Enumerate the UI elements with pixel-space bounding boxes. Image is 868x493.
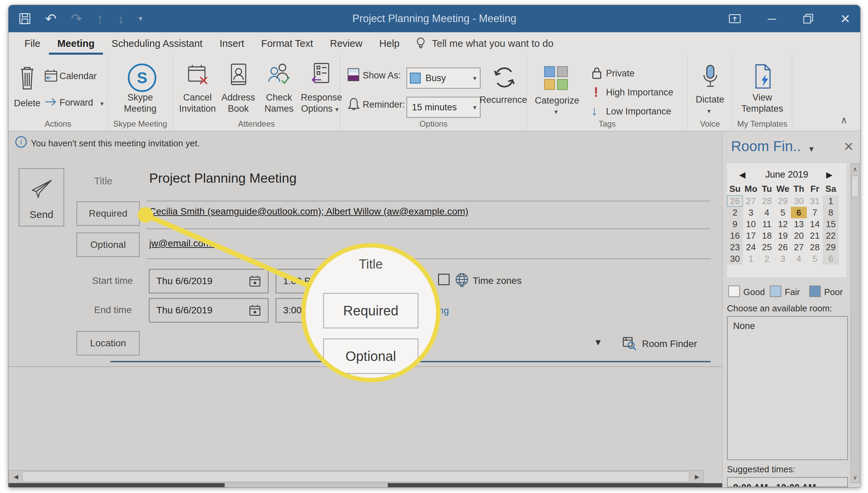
calendar-day[interactable]: 10 xyxy=(743,218,759,230)
calendar-day[interactable]: 4 xyxy=(791,253,807,264)
calendar-day[interactable]: 5 xyxy=(775,207,791,218)
calendar-day[interactable]: 9 xyxy=(727,218,743,230)
calendar-day[interactable]: 3 xyxy=(743,207,759,218)
horizontal-scrollbar-thumb[interactable] xyxy=(22,472,689,482)
delete-icon[interactable] xyxy=(17,65,38,91)
calendar-day[interactable]: 22 xyxy=(823,230,839,241)
calendar-day[interactable]: 20 xyxy=(791,230,807,241)
tab-insert[interactable]: Insert xyxy=(211,32,253,55)
delete-label[interactable]: Delete xyxy=(8,98,46,109)
suggested-times-listbox[interactable]: 8:00 AM - 10:00 AM xyxy=(727,477,848,487)
calendar-day[interactable]: 26 xyxy=(727,195,743,207)
tab-file[interactable]: File xyxy=(16,32,49,55)
available-rooms-listbox[interactable]: None xyxy=(727,316,848,460)
restore-button[interactable] xyxy=(802,13,814,24)
undo-icon[interactable]: ↶ xyxy=(45,12,57,25)
calendar-day[interactable]: 27 xyxy=(791,241,807,253)
calendar-day[interactable]: 26 xyxy=(775,241,791,253)
calendar-next-month-icon[interactable]: ▶ xyxy=(826,170,832,180)
address-book-button[interactable]: Address Book xyxy=(219,55,257,123)
calendar-day[interactable]: 14 xyxy=(807,218,823,230)
calendar-day[interactable]: 12 xyxy=(775,218,791,230)
calendar-day[interactable]: 1 xyxy=(823,195,839,207)
calendar-day[interactable]: 29 xyxy=(823,241,839,253)
reminder-select[interactable]: 15 minutes ▾ xyxy=(406,97,481,118)
response-options-button[interactable]: Response Options ▾ xyxy=(301,55,339,123)
tab-review[interactable]: Review xyxy=(322,32,371,55)
calendar-day[interactable]: 17 xyxy=(743,230,759,241)
calendar-day[interactable]: 6 xyxy=(791,207,807,218)
calendar-icon[interactable] xyxy=(44,69,58,83)
high-importance-label[interactable]: High Importance xyxy=(606,87,673,98)
required-button[interactable]: Required xyxy=(76,201,140,226)
calendar-day[interactable]: 2 xyxy=(759,253,775,264)
view-templates-label-1[interactable]: View xyxy=(733,92,792,103)
start-date-calendar-icon[interactable] xyxy=(249,275,261,287)
calendar-day[interactable]: 6 xyxy=(823,253,839,264)
calendar-day[interactable]: 31 xyxy=(807,195,823,207)
tab-meeting[interactable]: Meeting xyxy=(49,32,103,55)
skype-icon[interactable]: S xyxy=(128,63,156,92)
calendar-day[interactable]: 3 xyxy=(775,253,791,264)
forward-caret-icon[interactable]: ▾ xyxy=(100,99,104,108)
location-dropdown-caret-icon[interactable]: ▼ xyxy=(594,337,603,348)
title-field-value[interactable]: Project Planning Meeting xyxy=(149,171,297,186)
panel-vertical-scrollbar[interactable]: ∧ ∨ xyxy=(851,163,860,483)
skype-meeting-label-2[interactable]: Meeting xyxy=(108,103,173,114)
categorize-icon[interactable] xyxy=(544,66,568,90)
calendar-day[interactable]: 23 xyxy=(727,241,743,253)
tab-format-text[interactable]: Format Text xyxy=(253,32,322,55)
close-button[interactable]: × xyxy=(840,11,850,27)
end-date-picker[interactable]: Thu 6/6/2019 xyxy=(149,298,268,323)
categorize-label[interactable]: Categorize xyxy=(531,95,584,106)
calendar-day[interactable]: 8 xyxy=(823,207,839,218)
calendar-day[interactable]: 28 xyxy=(759,195,775,207)
forward-arrow-icon[interactable] xyxy=(44,96,58,108)
calendar-day[interactable]: 24 xyxy=(743,241,759,253)
recurrence-icon[interactable] xyxy=(491,64,518,91)
low-importance-label[interactable]: Low Importance xyxy=(606,106,671,117)
qat-customize-caret-icon[interactable]: ▾ xyxy=(139,15,142,22)
show-as-select[interactable]: Busy ▾ xyxy=(406,68,481,89)
dictate-label[interactable]: Dictate xyxy=(688,94,732,105)
calendar-day[interactable]: 2 xyxy=(727,207,743,218)
save-icon[interactable] xyxy=(19,13,31,25)
room-finder-button[interactable]: Room Finder xyxy=(622,336,697,351)
panel-scroll-down-icon[interactable]: ∨ xyxy=(851,473,859,481)
calendar-day[interactable]: 28 xyxy=(807,241,823,253)
calendar-day[interactable]: 19 xyxy=(775,230,791,241)
calendar-month-label[interactable]: June 2019 xyxy=(749,169,824,180)
private-label[interactable]: Private xyxy=(606,68,635,79)
calendar-day[interactable]: 27 xyxy=(743,195,759,207)
optional-button[interactable]: Optional xyxy=(76,233,140,257)
send-button[interactable]: Send xyxy=(19,168,64,226)
forward-label[interactable]: Forward xyxy=(59,97,93,108)
calendar-day[interactable]: 16 xyxy=(727,230,743,241)
room-list-item[interactable]: None xyxy=(728,317,847,335)
scroll-left-arrow-icon[interactable]: ◀ xyxy=(11,471,21,482)
cancel-invitation-button[interactable]: Cancel Invitation xyxy=(178,55,216,123)
check-names-button[interactable]: Check Names xyxy=(260,55,298,123)
calendar-day[interactable]: 15 xyxy=(823,218,839,230)
view-templates-icon[interactable] xyxy=(753,63,773,89)
recurrence-label[interactable]: Recurrence xyxy=(480,95,527,105)
calendar-day[interactable]: 7 xyxy=(807,207,823,218)
calendar-day[interactable]: 11 xyxy=(759,218,775,230)
minimize-button[interactable]: ─ xyxy=(768,13,776,24)
tab-help[interactable]: Help xyxy=(371,32,408,55)
optional-field-value[interactable]: jw@email.com... xyxy=(149,238,219,249)
calendar-button-label[interactable]: Calendar xyxy=(59,71,97,81)
calendar-day[interactable]: 13 xyxy=(791,218,807,230)
categorize-caret-icon[interactable]: ▾ xyxy=(554,108,558,116)
calendar-day[interactable]: 18 xyxy=(759,230,775,241)
location-button[interactable]: Location xyxy=(76,331,140,355)
required-field-value[interactable]: Cecilia Smith (seamguide@outlook.com); A… xyxy=(149,206,468,217)
panel-scrollbar-thumb[interactable] xyxy=(852,176,858,197)
calendar-day[interactable]: 30 xyxy=(727,253,743,264)
dictate-microphone-icon[interactable] xyxy=(702,64,719,91)
dictate-caret-icon[interactable]: ▾ xyxy=(707,107,711,115)
suggested-time-item[interactable]: 8:00 AM - 10:00 AM xyxy=(728,478,847,487)
calendar-day[interactable]: 5 xyxy=(807,253,823,264)
room-finder-title-caret-icon[interactable]: ▾ xyxy=(809,144,814,154)
end-date-calendar-icon[interactable] xyxy=(249,304,261,316)
